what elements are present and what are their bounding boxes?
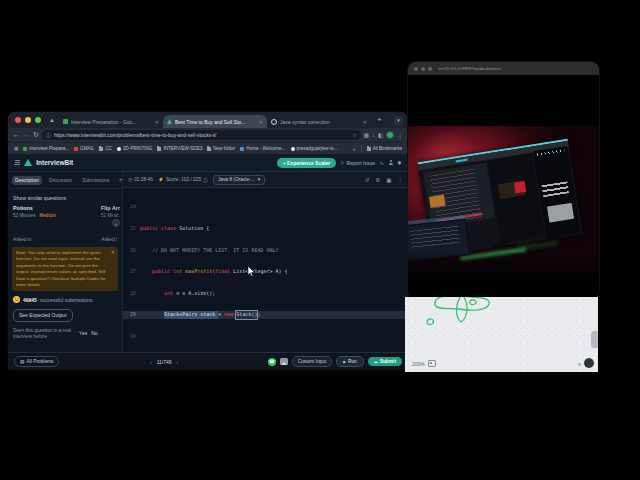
new-tab-button[interactable]: + bbox=[377, 113, 382, 127]
reload-button[interactable]: ↻ bbox=[33, 128, 39, 142]
bookmark-item[interactable]: GMAIL bbox=[74, 146, 94, 151]
whiteboard-panel[interactable]: 200% bbox=[405, 297, 598, 372]
all-problems-button[interactable]: ▤All Problems bbox=[14, 356, 59, 367]
submissions-count: 49945 bbox=[23, 297, 37, 303]
asked-in-label-right: Asked i bbox=[101, 237, 117, 242]
problem-pager: ‹ 11/749 › bbox=[150, 359, 178, 365]
profile-icon[interactable] bbox=[388, 160, 393, 165]
minimize-window-button[interactable] bbox=[421, 67, 425, 71]
zoom-window-button[interactable] bbox=[35, 117, 41, 123]
code-line-active: 29 Stack<Pair> stack = new Stack(); bbox=[123, 311, 408, 318]
bookmarks-overflow-button[interactable]: » bbox=[353, 146, 356, 152]
close-tab-icon[interactable]: ✕ bbox=[155, 119, 159, 125]
stream-window-titlebar[interactable]: srt://0.0.0.0:9999?mode=listener bbox=[408, 62, 599, 75]
next-problem-button[interactable]: › bbox=[177, 359, 179, 365]
apps-grid-icon[interactable]: ▦ bbox=[14, 146, 18, 151]
close-window-button[interactable] bbox=[15, 117, 21, 123]
browser-tab-strip: ▲ Interview Preparation - Goo... ✕ Best … bbox=[8, 112, 408, 128]
desktop: ▲ Interview Preparation - Goo... ✕ Best … bbox=[0, 0, 640, 480]
code-line: 27 public int maxProfit(final List<Integ… bbox=[123, 268, 408, 275]
reset-code-icon[interactable]: ↺ bbox=[365, 177, 370, 183]
close-note-icon[interactable]: ✕ bbox=[111, 249, 115, 255]
tab-search-menu-button[interactable]: ▾ bbox=[394, 116, 403, 125]
overlay-handle[interactable] bbox=[591, 331, 598, 348]
info-icon[interactable]: ⓘ bbox=[203, 177, 208, 183]
yes-button[interactable]: Yes bbox=[79, 330, 87, 336]
bookmark-star-icon[interactable]: ☆ bbox=[352, 132, 356, 138]
browser-menu-icon[interactable]: ⋮ bbox=[397, 132, 403, 139]
bookmark-label: INTERVIEW-SDE3 bbox=[163, 146, 202, 151]
hamburger-menu-icon[interactable]: ☰ bbox=[14, 159, 20, 167]
activity-icon[interactable]: ∿ bbox=[379, 159, 384, 166]
bookmark-item[interactable]: CC bbox=[99, 146, 112, 151]
site-info-icon[interactable]: ⓘ bbox=[46, 132, 51, 138]
sidepanel-icon[interactable]: ◧ bbox=[378, 132, 383, 138]
smiley-icon bbox=[13, 296, 20, 303]
bookmark-item[interactable]: Interview Prepara... bbox=[23, 146, 69, 151]
notifications-bell-icon[interactable] bbox=[397, 160, 402, 165]
tab-best-time-to-buy[interactable]: Best Time to Buy and Sell Sto... ✕ bbox=[163, 115, 267, 128]
experience-scaler-button[interactable]: + Experience Scaler bbox=[277, 158, 336, 168]
seen-question-row: Seen this question in a real interview b… bbox=[8, 322, 122, 341]
bookmark-item[interactable]: Home - Welcome... bbox=[240, 146, 285, 151]
downloads-icon[interactable]: ↓ bbox=[372, 132, 375, 138]
chevron-down-icon: ▾ bbox=[258, 177, 260, 182]
custom-input-button[interactable]: Custom Input bbox=[292, 356, 333, 367]
profile-avatar[interactable] bbox=[386, 131, 394, 139]
run-button[interactable]: ▶Run bbox=[336, 356, 364, 367]
prev-problem-button[interactable]: ‹ bbox=[150, 359, 152, 365]
forward-button[interactable]: → bbox=[23, 128, 30, 142]
whiteboard-tool-button[interactable] bbox=[584, 358, 594, 368]
folder-icon bbox=[99, 147, 103, 151]
zoom-level-text: 200% bbox=[412, 361, 425, 367]
language-label: Java 8 (Oracle-... bbox=[218, 177, 255, 182]
see-expected-output-button[interactable]: See Expected Output bbox=[13, 309, 73, 322]
bookmark-item[interactable]: New folder bbox=[207, 146, 235, 151]
back-button[interactable]: ← bbox=[13, 128, 20, 142]
fullscreen-icon[interactable]: ▣ bbox=[386, 177, 391, 183]
show-similar-link[interactable]: Show similar questions bbox=[8, 189, 122, 205]
no-button[interactable]: No bbox=[91, 330, 97, 336]
minimize-window-button[interactable] bbox=[25, 117, 31, 123]
browser-window: ▲ Interview Preparation - Goo... ✕ Best … bbox=[8, 112, 408, 370]
bookmark-label: New folder bbox=[213, 146, 235, 151]
question-card[interactable]: Flip Arr 52 Minut bbox=[101, 205, 120, 218]
zoom-window-button[interactable] bbox=[428, 67, 432, 71]
close-window-button[interactable] bbox=[414, 67, 418, 71]
tab-java-syntax[interactable]: Java syntax correction ✕ bbox=[267, 115, 371, 128]
tab-hints[interactable]: Hints bbox=[116, 176, 123, 185]
tab-submissions[interactable]: Submissions bbox=[79, 176, 112, 185]
fit-to-screen-icon[interactable] bbox=[428, 360, 436, 367]
close-tab-icon[interactable]: ✕ bbox=[259, 119, 263, 125]
tab-discussion[interactable]: Discussion bbox=[46, 176, 75, 185]
seen-question-label: Seen this question in a real interview b… bbox=[13, 328, 75, 341]
whiteboard-zoom-control[interactable]: 200% bbox=[412, 360, 436, 367]
bookmark-label: CC bbox=[105, 146, 112, 151]
screenshot-icon[interactable] bbox=[280, 358, 288, 365]
submit-button[interactable]: ☁Submit bbox=[368, 357, 402, 366]
code-line: 25public class Solution { bbox=[123, 225, 408, 232]
whiteboard-scribble bbox=[405, 297, 598, 331]
code-area[interactable]: 24 25public class Solution { 26 // DO NO… bbox=[123, 188, 408, 355]
bookmark-item[interactable]: 3D-PRINTING bbox=[117, 146, 152, 151]
github-icon bbox=[117, 147, 121, 151]
all-bookmarks-button[interactable]: All Bookmarks bbox=[367, 146, 402, 151]
language-selector[interactable]: Java 8 (Oracle-...▾ bbox=[213, 175, 265, 185]
close-tab-icon[interactable]: ✕ bbox=[363, 119, 367, 125]
tab-interview-preparation[interactable]: Interview Preparation - Goo... ✕ bbox=[59, 115, 163, 128]
editor-menu-icon[interactable]: ⋮ bbox=[398, 177, 404, 183]
editor-settings-icon[interactable]: ⚙ bbox=[375, 177, 380, 183]
bookmark-item[interactable]: prasadgujarjlew-le... bbox=[291, 146, 338, 151]
code-line: 26 // DO NOT MODIFY THE LIST. IT IS READ… bbox=[123, 247, 408, 254]
tab-description[interactable]: Description bbox=[12, 176, 42, 185]
bookmark-item[interactable]: INTERVIEW-SDE3 bbox=[157, 146, 202, 151]
score: ⚡Score: 102 / 225ⓘ bbox=[158, 177, 208, 183]
note-text: Note: You only need to implement the giv… bbox=[16, 250, 114, 288]
next-card-arrow-button[interactable]: › bbox=[112, 219, 120, 227]
address-bar[interactable]: ⓘ https://www.interviewbit.com/problems/… bbox=[42, 130, 361, 140]
whatsapp-icon[interactable]: ☎ bbox=[268, 358, 276, 366]
flag-icon: ⚐ bbox=[340, 160, 344, 166]
extensions-icon[interactable]: ▦ bbox=[364, 132, 369, 138]
divider bbox=[361, 145, 362, 152]
report-issue-button[interactable]: ⚐Report Issue bbox=[340, 160, 375, 166]
